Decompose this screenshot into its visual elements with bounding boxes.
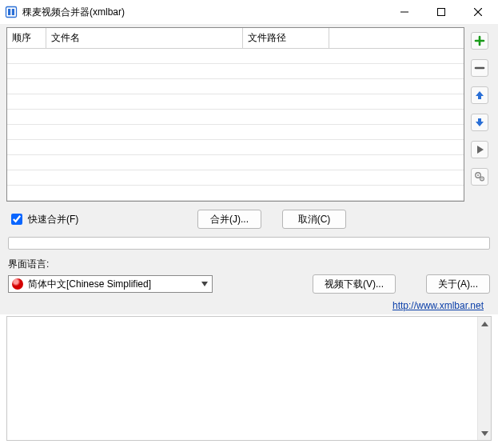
table-row[interactable] xyxy=(7,140,464,155)
fast-merge-label: 快速合并(F) xyxy=(28,213,78,226)
table-row[interactable] xyxy=(7,79,464,94)
globe-icon xyxy=(12,278,23,290)
col-header-path[interactable]: 文件路径 xyxy=(242,28,329,49)
table-row[interactable] xyxy=(7,125,464,140)
move-down-button[interactable] xyxy=(471,114,488,131)
col-header-name[interactable]: 文件名 xyxy=(46,28,242,49)
window-title: 稞麦视频合并器(xmlbar) xyxy=(22,6,125,19)
merge-button[interactable]: 合并(J)... xyxy=(197,210,261,229)
fast-merge-checkbox[interactable]: 快速合并(F) xyxy=(8,211,78,227)
side-toolbar xyxy=(468,27,492,202)
table-row[interactable] xyxy=(7,110,464,125)
about-button[interactable]: 关于(A)... xyxy=(426,274,490,294)
language-select[interactable]: 简体中文[Chinese Simplified] xyxy=(8,275,213,293)
log-scrollbar[interactable] xyxy=(477,317,491,440)
homepage-link[interactable]: http://www.xmlbar.net xyxy=(392,300,484,311)
video-download-button[interactable]: 视频下载(V)... xyxy=(313,274,396,294)
file-table[interactable]: 顺序 文件名 文件路径 xyxy=(6,27,464,202)
maximize-button[interactable] xyxy=(423,0,460,24)
table-row[interactable] xyxy=(7,49,464,64)
language-label: 界面语言: xyxy=(8,258,492,271)
add-file-button[interactable] xyxy=(471,32,488,50)
titlebar: 稞麦视频合并器(xmlbar) xyxy=(0,0,498,24)
table-row[interactable] xyxy=(7,64,464,79)
fast-merge-checkbox-input[interactable] xyxy=(11,214,22,225)
log-area[interactable] xyxy=(6,316,492,441)
cancel-button[interactable]: 取消(C) xyxy=(282,210,346,229)
col-header-empty[interactable] xyxy=(329,28,464,49)
move-up-button[interactable] xyxy=(471,86,488,104)
progress-bar xyxy=(8,237,490,250)
svg-point-11 xyxy=(477,174,479,176)
remove-file-button[interactable] xyxy=(471,59,488,77)
col-header-order[interactable]: 顺序 xyxy=(7,28,46,49)
settings-button[interactable] xyxy=(471,168,488,186)
app-icon xyxy=(5,6,18,18)
minimize-button[interactable] xyxy=(386,0,423,24)
close-button[interactable] xyxy=(460,0,496,24)
play-button[interactable] xyxy=(471,141,488,158)
table-row[interactable] xyxy=(7,94,464,110)
svg-point-13 xyxy=(481,178,483,180)
table-row[interactable] xyxy=(7,155,464,170)
svg-rect-2 xyxy=(12,9,14,15)
chevron-down-icon xyxy=(201,282,209,286)
language-selected: 简体中文[Chinese Simplified] xyxy=(28,278,201,291)
table-row[interactable] xyxy=(7,170,464,186)
svg-rect-4 xyxy=(438,9,445,16)
svg-rect-1 xyxy=(8,9,10,15)
scroll-down-icon[interactable] xyxy=(478,426,492,440)
file-table-body xyxy=(7,49,464,201)
svg-rect-0 xyxy=(6,7,17,18)
scroll-up-icon[interactable] xyxy=(478,317,492,330)
table-row[interactable] xyxy=(7,186,464,201)
